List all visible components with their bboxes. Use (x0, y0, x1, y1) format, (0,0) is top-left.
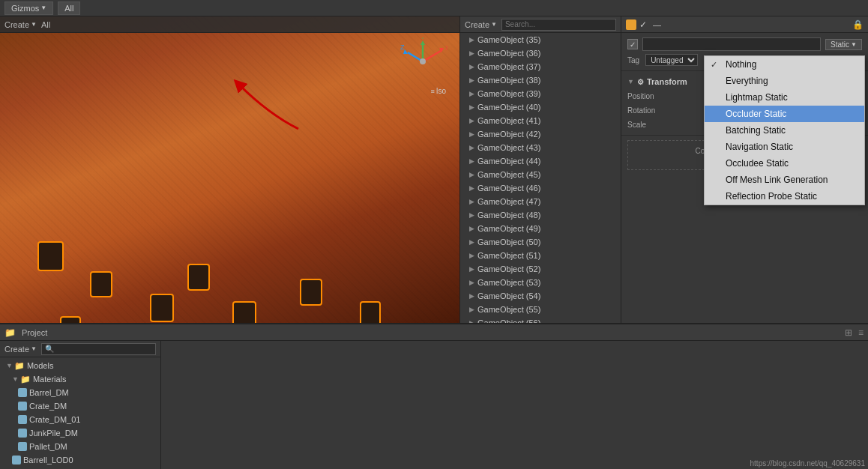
svg-line-11 (423, 51, 441, 61)
dropdown-item[interactable]: Batching Static (705, 122, 864, 139)
bottom-panel: 📁 Project ⊞ ≡ Create ▼ ▼📁Models▼📁Mate (0, 323, 868, 469)
gameobject-checkbox[interactable]: ✓ (627, 39, 638, 49)
hierarchy-item[interactable]: ▶GameObject (56) (460, 316, 621, 323)
hierarchy-item[interactable]: ▶GameObject (44) (460, 154, 621, 168)
all-filter-button[interactable]: All (58, 1, 80, 15)
static-label: Static (831, 40, 849, 49)
tree-item[interactable]: Barrell_LOD0 (0, 453, 160, 467)
hierarchy-item[interactable]: ▶GameObject (55) (460, 303, 621, 316)
hierarchy-item[interactable]: ▶GameObject (45) (460, 168, 621, 181)
stump (360, 301, 381, 323)
hierarchy-item[interactable]: ▶GameObject (38) (460, 73, 621, 87)
project-header: 📁 Project ⊞ ≡ (0, 324, 868, 341)
tree-item[interactable]: Barrel_DM (0, 386, 160, 399)
hierarchy-item[interactable]: ▶GameObject (43) (460, 141, 621, 154)
svg-text:Z: Z (400, 43, 405, 51)
dropdown-item[interactable]: Everything (705, 73, 864, 89)
hierarchy-panel: Create ▼ ▶GameObject (35)▶GameObject (36… (459, 16, 621, 323)
project-icons-btn[interactable]: ⊞ (845, 327, 852, 338)
hierarchy-header: Create ▼ (460, 16, 621, 33)
svg-text:Y: Y (421, 37, 425, 40)
check-icon: ✓ (639, 19, 647, 30)
hierarchy-create-button[interactable]: Create ▼ (465, 20, 497, 29)
dropdown-item[interactable]: Navigation Static (705, 139, 864, 155)
hierarchy-item[interactable]: ▶GameObject (54) (460, 289, 621, 303)
scene-gizmo: Y X Z (399, 37, 447, 86)
inspector-panel: ✓ — 🔒 ✓ Static ▼ (621, 16, 868, 323)
cube-icon (626, 19, 636, 30)
static-button[interactable]: Static ▼ (825, 39, 862, 50)
hierarchy-item[interactable]: ▶GameObject (48) (460, 208, 621, 222)
stump (300, 279, 322, 306)
tree-item[interactable]: JunkPile_DM (0, 426, 160, 440)
gizmos-label: Gizmos (11, 4, 39, 13)
transform-check: ⚙ (637, 78, 644, 86)
dropdown-item[interactable]: Lightmap Static (705, 89, 864, 106)
hierarchy-item[interactable]: ▶GameObject (50) (460, 235, 621, 249)
hierarchy-item[interactable]: ▶GameObject (51) (460, 249, 621, 262)
lock-icon: 🔒 (852, 19, 864, 30)
dropdown-item[interactable]: Occluder Static (705, 106, 864, 122)
project-tree: ▼📁Models▼📁MaterialsBarrel_DMCrate_DMCrat… (0, 357, 160, 469)
hierarchy-item[interactable]: ▶GameObject (42) (460, 127, 621, 141)
all-filter-label: All (64, 4, 73, 13)
hierarchy-search-input[interactable] (501, 19, 616, 31)
stump (90, 271, 112, 297)
stump (60, 316, 81, 323)
dropdown-item[interactable]: Off Mesh Link Generation (705, 172, 864, 188)
stump (150, 294, 174, 322)
svg-marker-9 (421, 40, 425, 45)
tree-item[interactable]: Crate_DM (0, 399, 160, 413)
hierarchy-item[interactable]: ▶GameObject (52) (460, 262, 621, 276)
hierarchy-item[interactable]: ▶GameObject (39) (460, 87, 621, 100)
hierarchy-item[interactable]: ▶GameObject (53) (460, 276, 621, 289)
scene-controls-bar: Create ▼ All (0, 16, 459, 33)
hierarchy-item[interactable]: ▶GameObject (41) (460, 114, 621, 127)
hierarchy-item[interactable]: ▶GameObject (36) (460, 46, 621, 60)
transform-label: Transform (647, 77, 687, 86)
create-scene-button[interactable]: Create ▼ (4, 20, 37, 29)
dropdown-item[interactable]: Occludee Static (705, 155, 864, 172)
dropdown-arrow-icon: ▼ (40, 4, 46, 11)
watermark-text: https://blog.csdn.net/qq_40629631 (750, 459, 865, 468)
inspector-icons: 🔒 (852, 19, 864, 30)
gameobject-name-input[interactable] (642, 37, 821, 51)
hierarchy-item[interactable]: ▶GameObject (49) (460, 222, 621, 235)
project-create-arrow-icon: ▼ (31, 345, 37, 352)
hierarchy-item[interactable]: ▶GameObject (47) (460, 195, 621, 208)
watermark: https://blog.csdn.net/qq_40629631 (750, 459, 865, 468)
gizmos-button[interactable]: Gizmos ▼ (4, 1, 53, 15)
tree-item[interactable]: Pallet_DM (0, 440, 160, 453)
scene-all-button[interactable]: All (41, 20, 50, 29)
project-title: Project (22, 328, 47, 337)
dropdown-item[interactable]: Reflection Probe Static (705, 188, 864, 205)
tree-item[interactable]: ▼📁Models (0, 359, 160, 372)
project-icon: 📁 (4, 327, 16, 338)
project-create-button[interactable]: Create ▼ (4, 345, 37, 354)
scene-view: Create ▼ All Y X (0, 16, 459, 323)
position-label: Position (627, 92, 672, 100)
hierarchy-item[interactable]: ▶GameObject (46) (460, 181, 621, 195)
tree-item[interactable]: Crate_DM_01 (0, 413, 160, 426)
transform-arrow-icon: ▼ (627, 78, 634, 85)
scale-label: Scale (627, 121, 672, 129)
static-dropdown-menu: ✓NothingEverythingLightmap StaticOcclude… (704, 55, 865, 205)
svg-point-17 (420, 58, 426, 64)
svg-text:X: X (445, 44, 447, 52)
hierarchy-item[interactable]: ▶GameObject (35) (460, 33, 621, 46)
hierarchy-item[interactable]: ▶GameObject (40) (460, 100, 621, 114)
dropdown-item[interactable]: ✓Nothing (705, 56, 864, 73)
scene-all-label: All (41, 20, 50, 29)
static-arrow-icon: ▼ (851, 41, 857, 48)
project-settings-btn[interactable]: ≡ (858, 327, 864, 338)
hierarchy-create-label: Create (465, 20, 489, 29)
tree-item[interactable]: ▼📁Materials (0, 372, 160, 386)
stump (232, 301, 256, 323)
stump (37, 241, 64, 271)
hamburger-icon: ≡ (430, 88, 434, 95)
project-search-input[interactable] (41, 343, 156, 355)
tag-label: Tag (627, 56, 639, 64)
tag-select[interactable]: Untagged (645, 54, 698, 66)
hierarchy-list: ▶GameObject (35)▶GameObject (36)▶GameObj… (460, 33, 621, 323)
hierarchy-item[interactable]: ▶GameObject (37) (460, 60, 621, 73)
